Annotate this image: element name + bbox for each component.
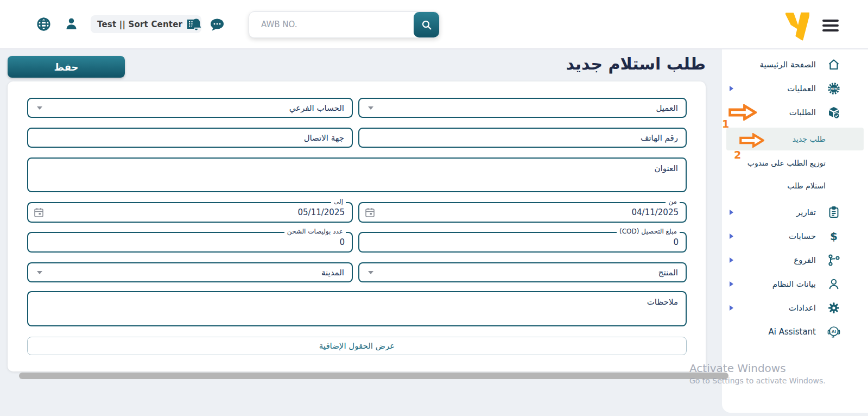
annotation-arrow-1 [728,104,757,121]
globe-icon[interactable] [36,17,51,34]
from-date-field: من [358,202,687,223]
sidebar-subitem-receive-request[interactable]: استلام طلب [722,174,868,197]
client-select-placeholder: العميل [373,103,686,113]
workspace-chip[interactable]: Test || Sort Center [91,15,201,33]
person-outline-icon [827,277,841,291]
topbar: Test || Sort Center [0,0,868,49]
brand-logo [785,12,809,43]
sidebar-item-system-data[interactable]: بيانات النظام [722,272,868,296]
sub-account-select-placeholder: الحساب الفرعي [42,103,352,113]
annotation-number-1: 1 [722,118,729,130]
notifications-bell-icon[interactable] [189,17,203,34]
operations-badge-icon: NEW [827,81,841,96]
orders-box-icon [827,105,841,119]
horizontal-scrollbar-thumb[interactable] [19,373,728,379]
search-icon [421,20,432,30]
cod-amount-input[interactable] [359,233,686,251]
collapse-left-icon [730,234,733,239]
sidebar-item-label: توزيع الطلب على مندوب [730,159,826,167]
sidebar-item-label: Ai Assistant [730,327,816,337]
sidebar-item-ai-assistant[interactable]: AI Ai Assistant [722,320,868,344]
annotation-number-2: 2 [734,149,741,161]
dollar-icon: $ [827,229,841,243]
cod-amount-field: مبلغ التحصيل (COD) [358,232,687,253]
sidebar-item-label: حسابات [733,231,816,241]
city-select[interactable]: المدينة [27,262,353,282]
sub-account-select[interactable]: الحساب الفرعي [27,98,353,118]
reports-clipboard-icon [827,205,841,219]
sidebar-item-label: بيانات النظام [733,279,816,289]
svg-text:AI: AI [832,330,836,334]
activate-windows-watermark: Activate Windows Go to Settings to activ… [689,362,826,385]
sidebar-item-label: الصفحة الرئيسية [730,60,816,70]
sidebar-item-label: تقارير [733,207,816,217]
menu-button[interactable] [822,20,839,31]
sidebar-item-operations[interactable]: NEW العمليات [722,77,868,100]
from-date-input[interactable] [359,203,686,222]
workspace-chip-label: Test || Sort Center [97,20,182,29]
client-select[interactable]: العميل [358,98,687,118]
contact-input[interactable] [27,128,353,148]
svg-text:NEW: NEW [831,87,837,90]
chat-icon[interactable] [210,18,224,34]
sidebar-item-reports[interactable]: تقارير [722,200,868,224]
show-additional-fields-button[interactable]: عرض الحقول الإضافية [27,337,687,355]
to-date-field: إلى [27,202,353,223]
sidebar-item-branches[interactable]: الفروع [722,248,868,272]
sidebar-item-label: العمليات [733,84,816,93]
annotation-arrow-2 [739,133,764,148]
page-title: طلب استلام جديد [566,54,706,73]
sidebar-item-accounts[interactable]: $ حسابات [722,224,868,248]
save-button[interactable]: حفظ [8,56,125,78]
product-select[interactable]: المنتج [358,262,687,282]
phone-input[interactable] [358,128,687,148]
svg-text:$: $ [830,230,838,243]
watermark-line1: Activate Windows [689,362,826,375]
bills-count-input[interactable] [28,233,352,251]
city-select-placeholder: المدينة [42,268,352,278]
calendar-icon[interactable] [365,207,375,217]
chevron-down-icon [368,106,373,110]
collapse-left-icon [730,210,733,215]
gear-icon [827,301,841,315]
address-textarea[interactable] [27,157,687,192]
sidebar-item-settings[interactable]: اعدادات [722,296,868,320]
chevron-down-icon [368,271,373,274]
collapse-left-icon [730,86,733,91]
sidebar-item-label: اعدادات [733,303,816,313]
watermark-line2: Go to Settings to activate Windows. [689,376,826,385]
user-icon[interactable] [64,16,79,33]
bills-count-field: عدد بوليصات الشحن [27,232,353,253]
calendar-icon[interactable] [34,207,43,217]
search-button[interactable] [414,12,439,37]
chevron-down-icon [37,106,42,110]
collapse-left-icon [730,257,733,263]
home-icon [827,58,841,72]
chevron-down-icon [37,271,42,274]
awb-search-input[interactable] [249,12,419,36]
notes-textarea[interactable] [27,291,687,326]
ai-headset-icon: AI [827,325,841,339]
branches-icon [827,253,841,267]
new-pickup-request-form: العميل الحساب الفرعي من إلى [8,81,706,371]
product-select-placeholder: المنتج [373,268,686,278]
collapse-left-icon [730,281,733,287]
to-date-input[interactable] [28,203,352,222]
sidebar-item-label: الفروع [733,255,816,265]
collapse-left-icon [730,305,733,311]
sidebar-item-home[interactable]: الصفحة الرئيسية [722,53,868,77]
app-window: Test || Sort Center [0,0,868,416]
sidebar-subitem-distribute-request[interactable]: توزيع الطلب على مندوب [722,152,868,174]
awb-search [249,11,440,38]
sidebar-item-label: استلام طلب [730,181,826,190]
